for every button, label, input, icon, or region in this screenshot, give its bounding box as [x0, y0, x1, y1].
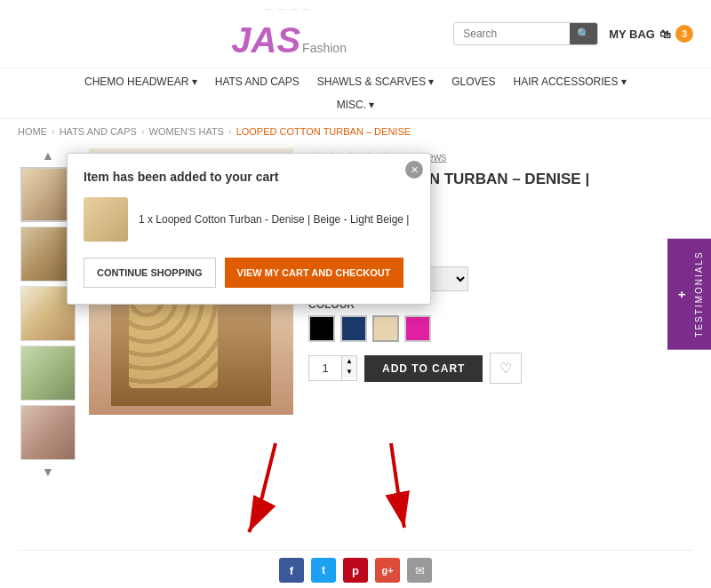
- nav-item-hats[interactable]: HATS AND CAPS: [215, 75, 300, 88]
- view-cart-checkout-button[interactable]: VIEW MY CART AND CHECKOUT: [225, 258, 403, 288]
- facebook-share[interactable]: f: [279, 558, 304, 583]
- twitter-share[interactable]: t: [311, 558, 336, 583]
- testimonial-sidebar[interactable]: + TESTIMONIALS: [667, 238, 711, 349]
- popup-product-image: [84, 197, 128, 242]
- nav-item-chemo[interactable]: CHEMO HEADWEAR ▾: [84, 75, 197, 88]
- nav-item-misc[interactable]: MISC. ▾: [337, 99, 375, 111]
- breadcrumb-home[interactable]: HOME: [18, 126, 47, 137]
- bag-icon: 🛍: [659, 28, 671, 41]
- breadcrumb-current: LOOPED COTTON TURBAN – DENISE: [236, 126, 411, 137]
- header: ⌒⌒⌒⌒ JAS Fashion 🔍 MY BAG 🛍 3: [0, 0, 711, 68]
- popup-product-row: 1 x Looped Cotton Turban - Denise | Beig…: [84, 197, 414, 242]
- color-black[interactable]: [308, 315, 335, 342]
- pinterest-share[interactable]: p: [343, 558, 368, 583]
- nav: CHEMO HEADWEAR ▾ HATS AND CAPS SHAWLS & …: [0, 68, 711, 119]
- cart-popup-overlay: ✕ Item has been added to your cart 1 x L…: [67, 144, 431, 305]
- breadcrumb: HOME › HATS AND CAPS › WOMEN'S HATS › LO…: [0, 119, 711, 144]
- nav-item-hair[interactable]: HAIR ACCESSORIES ▾: [514, 75, 627, 88]
- color-beige[interactable]: [372, 315, 399, 342]
- popup-product-text: 1 x Looped Cotton Turban - Denise | Beig…: [139, 213, 409, 226]
- qty-value: 1: [309, 356, 341, 380]
- popup-actions: CONTINUE SHOPPING VIEW MY CART AND CHECK…: [84, 258, 414, 288]
- popup-title: Item has been added to your cart: [84, 170, 414, 184]
- continue-shopping-button[interactable]: CONTINUE SHOPPING: [84, 258, 216, 288]
- nav-item-gloves[interactable]: GLOVES: [451, 75, 495, 88]
- testimonial-plus-icon: +: [675, 290, 689, 298]
- qty-cart-row: 1 ▲ ▼ ADD TO CART ♡: [308, 353, 693, 384]
- color-swatches: [308, 315, 693, 342]
- add-to-cart-button[interactable]: ADD TO CART: [364, 355, 483, 382]
- popup-close-button[interactable]: ✕: [405, 161, 423, 179]
- breadcrumb-womens[interactable]: WOMEN'S HATS: [149, 126, 224, 137]
- wishlist-button[interactable]: ♡: [490, 353, 522, 384]
- breadcrumb-sep3: ›: [228, 126, 232, 137]
- qty-down[interactable]: ▼: [342, 367, 356, 377]
- search-button[interactable]: 🔍: [570, 23, 597, 44]
- email-share[interactable]: ✉: [407, 558, 432, 583]
- cart-popup: ✕ Item has been added to your cart 1 x L…: [67, 153, 431, 305]
- bag-label: MY BAG: [609, 28, 655, 41]
- thumbnail-5[interactable]: [20, 405, 76, 460]
- thumb-nav-down[interactable]: ▼: [42, 465, 54, 479]
- color-navy[interactable]: [340, 315, 367, 342]
- logo[interactable]: ⌒⌒⌒⌒ JAS Fashion: [231, 7, 347, 60]
- qty-input: 1 ▲ ▼: [308, 355, 357, 381]
- main-content: ▲ ▼ ◀ ▶ ★ ★ ★ ★ ★ 6 Reviews LOOPED COTTO…: [0, 144, 711, 479]
- breadcrumb-sep1: ›: [52, 126, 55, 137]
- search-form: 🔍: [453, 22, 598, 45]
- thumbnail-4[interactable]: [20, 346, 76, 401]
- thumb-nav-up[interactable]: ▲: [42, 148, 54, 163]
- testimonial-label: TESTIMONIALS: [694, 250, 704, 337]
- qty-up[interactable]: ▲: [342, 356, 356, 367]
- nav-item-shawls[interactable]: SHAWLS & SCARVES ▾: [317, 75, 434, 88]
- googleplus-share[interactable]: g+: [375, 558, 400, 583]
- breadcrumb-hats[interactable]: HATS AND CAPS: [60, 126, 137, 137]
- bag-area[interactable]: MY BAG 🛍 3: [609, 25, 693, 43]
- color-pink[interactable]: [404, 315, 431, 342]
- breadcrumb-sep2: ›: [141, 126, 145, 137]
- logo-subtext: Fashion: [302, 41, 347, 55]
- testimonial-tab[interactable]: + TESTIMONIALS: [667, 238, 711, 349]
- social-share: f t p g+ ✉: [18, 550, 693, 588]
- logo-text: JAS: [231, 20, 300, 60]
- bag-count: 3: [675, 25, 693, 43]
- search-input[interactable]: [454, 23, 570, 44]
